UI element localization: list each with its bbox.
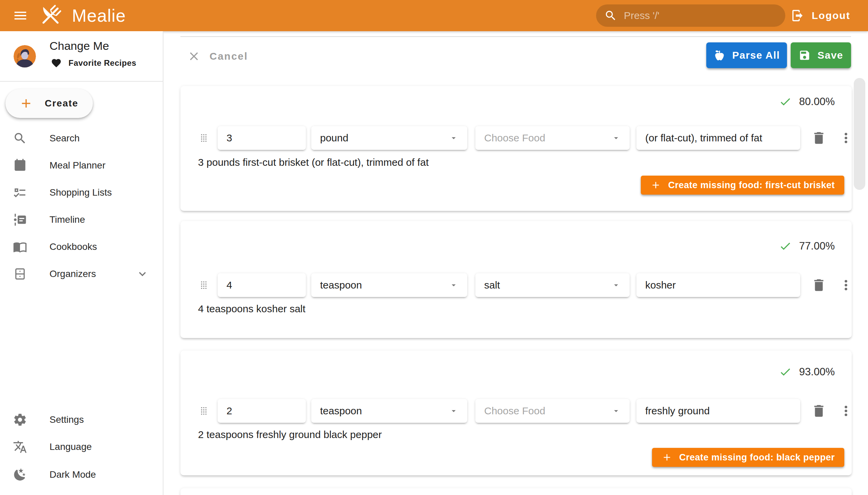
sidebar: Change Me Favorite Recipes Create Search… [0, 31, 164, 495]
note-input[interactable]: freshly ground [636, 399, 800, 423]
close-icon [187, 50, 201, 63]
ingredient-menu-button[interactable] [838, 403, 854, 419]
save-label: Save [817, 50, 843, 61]
search-placeholder: Press '/' [624, 10, 660, 21]
ingredient-menu-button[interactable] [838, 130, 854, 146]
book-icon [13, 240, 27, 254]
favorite-recipes-label: Favorite Recipes [68, 58, 136, 68]
food-select[interactable]: salt [475, 273, 630, 297]
sidebar-item-meal-planner[interactable]: Meal Planner [0, 152, 163, 179]
app-header: Mealie Press '/' Logout [0, 0, 868, 31]
dropdown-icon [611, 280, 621, 290]
food-select[interactable]: Choose Food [475, 126, 630, 150]
logout-icon [791, 9, 804, 22]
confidence-percent: 77.00% [799, 240, 835, 252]
content-top-divider [181, 36, 851, 37]
sidebar-item-dark-mode[interactable]: Dark Mode [0, 461, 163, 488]
translate-icon [13, 440, 27, 454]
quantity-input[interactable]: 4 [218, 273, 306, 297]
sidebar-item-label: Cookbooks [50, 241, 97, 252]
sidebar-item-language[interactable]: Language [0, 433, 163, 460]
apple-icon [713, 49, 726, 62]
search-input[interactable]: Press '/' [596, 4, 785, 27]
quantity-input[interactable]: 2 [218, 399, 306, 423]
dropdown-icon [449, 406, 458, 416]
timeline-icon [13, 212, 27, 227]
ingredient-card [181, 488, 852, 495]
mealie-logo-icon [38, 3, 63, 28]
sidebar-item-timeline[interactable]: Timeline [0, 206, 163, 233]
confidence-check-icon [779, 365, 792, 378]
plus-icon [19, 96, 33, 110]
create-button-label: Create [45, 98, 78, 109]
sidebar-item-search[interactable]: Search [0, 125, 163, 152]
gear-icon [13, 413, 27, 427]
drag-handle[interactable] [197, 131, 210, 146]
menu-icon[interactable] [11, 6, 30, 25]
plus-icon [662, 452, 673, 463]
note-input[interactable]: kosher [636, 273, 800, 297]
create-missing-food-button[interactable]: Create missing food: black pepper [652, 448, 844, 467]
sidebar-item-label: Shopping Lists [50, 187, 112, 198]
drag-handle[interactable] [197, 404, 210, 419]
app-title: Mealie [72, 5, 126, 26]
parse-all-button[interactable]: Parse All [706, 42, 787, 68]
original-ingredient-text: 3 pounds first-cut brisket (or flat-cut)… [181, 157, 852, 168]
moon-icon [13, 467, 27, 482]
search-icon [13, 131, 27, 146]
search-icon [604, 9, 617, 22]
cancel-button[interactable]: Cancel [187, 46, 248, 67]
dropdown-icon [449, 133, 458, 143]
plus-icon [650, 180, 661, 190]
ingredient-card: 77.00% 4 teaspoon salt kosher 4 teaspoon… [181, 221, 852, 338]
sidebar-item-settings[interactable]: Settings [0, 406, 163, 433]
sidebar-item-label: Language [50, 441, 92, 452]
cancel-label: Cancel [209, 51, 248, 62]
confidence-check-icon [779, 95, 792, 108]
dropdown-icon [611, 133, 621, 143]
parse-all-label: Parse All [732, 50, 780, 61]
heart-icon [51, 58, 62, 68]
create-missing-food-button[interactable]: Create missing food: first-cut brisket [641, 176, 844, 194]
food-select[interactable]: Choose Food [475, 399, 630, 423]
sidebar-item-cookbooks[interactable]: Cookbooks [0, 233, 163, 260]
unit-select[interactable]: pound [311, 126, 467, 150]
ingredient-card: 80.00% 3 pound Choose Food (or flat-cut)… [181, 86, 852, 211]
delete-ingredient-button[interactable] [811, 277, 827, 293]
sidebar-item-shopping-lists[interactable]: Shopping Lists [0, 179, 163, 206]
note-input[interactable]: (or flat-cut), trimmed of fat [636, 126, 800, 150]
calendar-icon [13, 158, 27, 173]
favorite-recipes-link[interactable]: Favorite Recipes [51, 58, 136, 68]
ingredient-menu-button[interactable] [838, 277, 854, 293]
sidebar-item-label: Organizers [50, 269, 96, 279]
dropdown-icon [449, 280, 458, 290]
confidence-percent: 80.00% [799, 96, 835, 108]
avatar[interactable] [14, 45, 36, 67]
quantity-input[interactable]: 3 [218, 126, 306, 150]
original-ingredient-text: 4 teaspoons kosher salt [181, 303, 852, 314]
confidence-check-icon [779, 240, 792, 253]
confidence-percent: 93.00% [799, 366, 835, 378]
unit-select[interactable]: teaspoon [311, 399, 467, 423]
chevron-down-icon [136, 267, 149, 281]
sidebar-item-label: Timeline [50, 214, 85, 225]
save-icon [799, 49, 811, 62]
sidebar-item-organizers[interactable]: Organizers [0, 260, 163, 288]
ingredient-card: 93.00% 2 teaspoon Choose Food freshly gr… [181, 351, 852, 475]
delete-ingredient-button[interactable] [811, 130, 827, 146]
drag-handle[interactable] [197, 278, 210, 293]
unit-select[interactable]: teaspoon [311, 273, 467, 297]
sidebar-item-label: Settings [50, 414, 84, 425]
user-name[interactable]: Change Me [50, 39, 109, 53]
checklist-icon [13, 186, 27, 200]
scrollbar-thumb[interactable] [854, 78, 865, 190]
logout-button[interactable]: Logout [791, 0, 850, 31]
save-button[interactable]: Save [791, 42, 851, 68]
sidebar-item-label: Search [50, 133, 80, 144]
delete-ingredient-button[interactable] [811, 403, 827, 419]
organizer-icon [13, 267, 27, 281]
dropdown-icon [611, 406, 621, 416]
sidebar-item-label: Dark Mode [50, 469, 96, 480]
original-ingredient-text: 2 teaspoons freshly ground black pepper [181, 429, 852, 440]
create-button[interactable]: Create [5, 89, 93, 118]
